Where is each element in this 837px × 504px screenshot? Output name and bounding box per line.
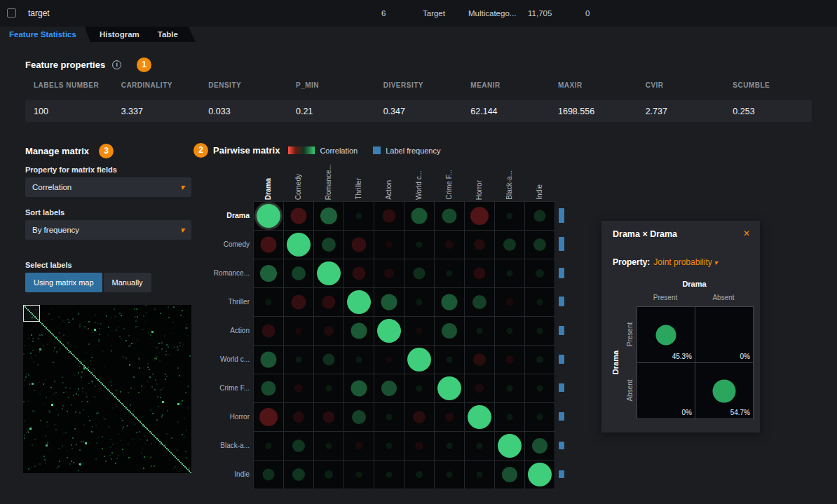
matrix-cell[interactable] (284, 231, 313, 259)
matrix-cell[interactable] (404, 259, 434, 287)
manually-button[interactable]: Manually (104, 273, 151, 292)
matrix-cell[interactable] (404, 461, 434, 489)
matrix-cell[interactable] (465, 461, 494, 489)
matrix-cell[interactable] (495, 288, 524, 316)
matrix-cell[interactable] (374, 346, 404, 374)
matrix-cell[interactable] (374, 403, 404, 431)
matrix-cell[interactable] (344, 288, 374, 316)
matrix-cell[interactable] (404, 202, 434, 230)
joint-cell[interactable]: 45.3% (637, 307, 695, 362)
matrix-cell[interactable] (374, 231, 404, 259)
matrix-cell[interactable] (284, 432, 313, 460)
matrix-cell[interactable] (404, 288, 434, 316)
matrix-cell[interactable] (284, 346, 313, 374)
matrix-cell[interactable] (525, 259, 554, 287)
matrix-cell[interactable] (254, 317, 283, 345)
matrix-cell[interactable] (495, 259, 524, 287)
matrix-cell[interactable] (525, 231, 554, 259)
matrix-cell[interactable] (404, 231, 434, 259)
matrix-cell[interactable] (495, 432, 524, 460)
matrix-cell[interactable] (404, 346, 434, 374)
matrix-cell[interactable] (465, 374, 494, 402)
matrix-map-selection[interactable] (23, 305, 40, 322)
matrix-cell[interactable] (344, 374, 374, 402)
matrix-cell[interactable] (254, 346, 283, 374)
matrix-cell[interactable] (435, 288, 464, 316)
matrix-cell[interactable] (314, 403, 343, 431)
matrix-cell[interactable] (525, 202, 554, 230)
close-icon[interactable] (743, 229, 750, 238)
matrix-cell[interactable] (404, 317, 434, 345)
matrix-cell[interactable] (314, 374, 343, 402)
matrix-cell[interactable] (435, 346, 464, 374)
matrix-cell[interactable] (314, 346, 343, 374)
matrix-cell[interactable] (435, 461, 464, 489)
matrix-cell[interactable] (344, 461, 374, 489)
matrix-cell[interactable] (465, 259, 494, 287)
matrix-cell[interactable] (495, 346, 524, 374)
matrix-cell[interactable] (495, 202, 524, 230)
matrix-cell[interactable] (254, 259, 283, 287)
matrix-cell[interactable] (495, 231, 524, 259)
matrix-cell[interactable] (284, 259, 313, 287)
matrix-cell[interactable] (374, 259, 404, 287)
matrix-cell[interactable] (404, 403, 434, 431)
joint-cell[interactable]: 54.7% (695, 363, 753, 418)
matrix-cell[interactable] (284, 202, 313, 230)
matrix-cell[interactable] (525, 403, 554, 431)
matrix-cell[interactable] (465, 346, 494, 374)
matrix-cell[interactable] (435, 231, 464, 259)
matrix-cell[interactable] (344, 317, 374, 345)
matrix-cell[interactable] (314, 461, 343, 489)
matrix-cell[interactable] (254, 202, 283, 230)
matrix-cell[interactable] (465, 432, 494, 460)
matrix-cell[interactable] (374, 202, 404, 230)
matrix-cell[interactable] (254, 432, 283, 460)
matrix-cell[interactable] (344, 346, 374, 374)
matrix-cell[interactable] (344, 403, 374, 431)
matrix-cell[interactable] (344, 202, 374, 230)
matrix-cell[interactable] (254, 403, 283, 431)
matrix-cell[interactable] (495, 461, 524, 489)
joint-probability-dropdown[interactable]: Joint probability (653, 257, 717, 267)
matrix-cell[interactable] (314, 432, 343, 460)
matrix-cell[interactable] (495, 403, 524, 431)
matrix-cell[interactable] (284, 374, 313, 402)
matrix-cell[interactable] (525, 317, 554, 345)
matrix-cell[interactable] (404, 432, 434, 460)
matrix-cell[interactable] (435, 202, 464, 230)
info-icon[interactable] (112, 60, 121, 69)
matrix-cell[interactable] (374, 317, 404, 345)
sort-select[interactable]: By frequency (25, 220, 191, 240)
matrix-cell[interactable] (314, 288, 343, 316)
matrix-cell[interactable] (435, 403, 464, 431)
property-select[interactable]: Correlation (25, 177, 191, 197)
matrix-cell[interactable] (465, 231, 494, 259)
matrix-cell[interactable] (284, 288, 313, 316)
matrix-cell[interactable] (525, 461, 554, 489)
matrix-cell[interactable] (344, 259, 374, 287)
matrix-cell[interactable] (525, 432, 554, 460)
matrix-cell[interactable] (495, 317, 524, 345)
matrix-cell[interactable] (344, 432, 374, 460)
matrix-cell[interactable] (314, 259, 343, 287)
tab-table[interactable]: Table (149, 27, 187, 42)
matrix-cell[interactable] (465, 288, 494, 316)
matrix-cell[interactable] (314, 317, 343, 345)
matrix-cell[interactable] (314, 231, 343, 259)
matrix-cell[interactable] (525, 288, 554, 316)
matrix-cell[interactable] (465, 202, 494, 230)
using-matrix-map-button[interactable]: Using matrix map (25, 273, 102, 292)
matrix-cell[interactable] (525, 346, 554, 374)
matrix-cell[interactable] (254, 461, 283, 489)
matrix-cell[interactable] (314, 202, 343, 230)
tab-feature-statistics[interactable]: Feature Statistics (0, 27, 90, 42)
joint-cell[interactable]: 0% (637, 363, 695, 418)
matrix-cell[interactable] (344, 231, 374, 259)
tab-histogram[interactable]: Histogram (90, 27, 149, 42)
matrix-cell[interactable] (374, 432, 404, 460)
matrix-cell[interactable] (435, 432, 464, 460)
matrix-cell[interactable] (495, 374, 524, 402)
matrix-cell[interactable] (284, 317, 313, 345)
matrix-cell[interactable] (404, 374, 434, 402)
